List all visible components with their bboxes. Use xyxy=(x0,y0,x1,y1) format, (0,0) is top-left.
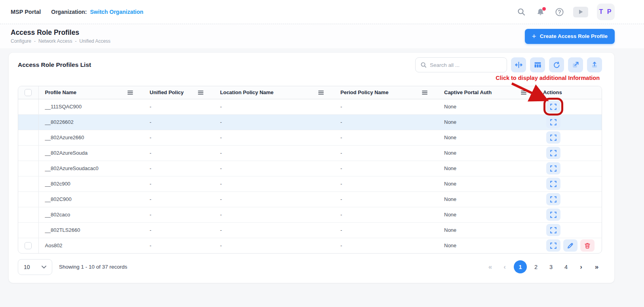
table-row[interactable]: __802c900 - - - None xyxy=(18,176,602,191)
expand-icon xyxy=(550,165,557,172)
cell-period-policy-name: - xyxy=(334,99,438,114)
cell-unified-policy: - xyxy=(143,114,214,130)
table-row[interactable]: __802Azure2660 - - - None xyxy=(18,130,602,145)
cell-profile-name: Aos802 xyxy=(38,238,143,253)
expand-icon xyxy=(550,135,557,141)
column-menu-icon[interactable] xyxy=(318,90,324,95)
cell-captive-portal-auth: None xyxy=(438,99,537,114)
brand: MSP Portal xyxy=(11,9,41,15)
cell-period-policy-name: - xyxy=(334,238,438,253)
records-summary: Showing 1 - 10 of 37 records xyxy=(59,264,127,270)
expand-action-button[interactable] xyxy=(546,147,560,159)
cell-profile-name: __802AzureSoudacac0 xyxy=(38,161,143,176)
cell-period-policy-name: - xyxy=(334,176,438,191)
table-row[interactable]: __802caco - - - None xyxy=(18,207,602,222)
help-icon[interactable] xyxy=(554,7,564,17)
expand-action-button[interactable] xyxy=(546,116,560,128)
cell-captive-portal-auth: None xyxy=(438,191,537,207)
page-button-3[interactable]: 3 xyxy=(545,261,557,273)
search-input[interactable] xyxy=(430,62,503,68)
breadcrumb-item[interactable]: Network Access xyxy=(38,38,72,44)
column-header-period-policy-name[interactable]: Period Policy Name xyxy=(340,89,388,95)
expand-action-button[interactable] xyxy=(546,239,560,252)
column-resize-icon[interactable] xyxy=(511,57,526,72)
annotation-text: Click to display additional Information xyxy=(496,75,600,81)
search-icon[interactable] xyxy=(516,7,526,17)
last-page-button[interactable]: » xyxy=(590,261,602,273)
cell-unified-policy: - xyxy=(143,99,214,114)
page-size-select[interactable]: 10 xyxy=(18,259,52,275)
expand-icon xyxy=(550,119,557,125)
expand-action-button[interactable] xyxy=(546,100,560,113)
card-title: Access Role Profiles List xyxy=(18,61,91,68)
page-button-2[interactable]: 2 xyxy=(530,261,542,273)
switch-organization-link[interactable]: Switch Organization xyxy=(90,9,144,15)
breadcrumb-item[interactable]: Unified Access xyxy=(79,38,110,44)
column-header-unified-policy[interactable]: Unified Policy xyxy=(150,89,184,95)
column-header-captive-portal-auth[interactable]: Captive Portal Auth xyxy=(444,89,492,95)
cell-location-policy-name: - xyxy=(214,222,334,238)
notification-badge xyxy=(542,7,546,11)
create-access-role-profile-button[interactable]: + Create Access Role Profile xyxy=(525,29,615,44)
table-row[interactable]: __802AzureSouda - - - None xyxy=(18,145,602,161)
column-header-profile-name[interactable]: Profile Name xyxy=(45,89,76,95)
table-row[interactable]: __802TLS2660 - - - None xyxy=(18,222,602,238)
cell-unified-policy: - xyxy=(143,130,214,145)
table-row[interactable]: __802AzureSoudacac0 - - - None xyxy=(18,161,602,176)
cell-location-policy-name: - xyxy=(214,191,334,207)
expand-action-button[interactable] xyxy=(546,208,560,221)
table-row[interactable]: Aos802 - - - None xyxy=(18,238,602,253)
search-box[interactable] xyxy=(415,57,507,72)
cell-location-policy-name: - xyxy=(214,145,334,161)
table-row[interactable]: __802C900 - - - None xyxy=(18,191,602,207)
page-button-4[interactable]: 4 xyxy=(560,261,572,273)
page-size-value: 10 xyxy=(24,264,30,270)
column-menu-icon[interactable] xyxy=(422,90,427,95)
cell-location-policy-name: - xyxy=(214,114,334,130)
cell-unified-policy: - xyxy=(143,207,214,222)
expand-action-button[interactable] xyxy=(546,178,560,190)
table-row[interactable]: __80226602 - - - None xyxy=(18,114,602,130)
avatar[interactable]: T P xyxy=(597,4,615,20)
cell-profile-name: __802AzureSouda xyxy=(38,145,143,161)
cell-profile-name: __802c900 xyxy=(38,176,143,191)
delete-action-button[interactable] xyxy=(580,239,595,252)
breadcrumb-item[interactable]: Configure xyxy=(11,38,31,44)
access-role-profiles-card: Access Role Profiles List xyxy=(8,52,615,283)
previous-page-button[interactable]: ‹ xyxy=(499,261,511,273)
expand-action-button[interactable] xyxy=(546,193,560,205)
column-menu-icon[interactable] xyxy=(127,90,133,95)
row-checkbox[interactable] xyxy=(25,242,32,249)
expand-action-button[interactable] xyxy=(546,162,560,174)
first-page-button[interactable]: « xyxy=(484,261,496,273)
next-page-button[interactable]: › xyxy=(575,261,587,273)
cell-location-policy-name: - xyxy=(214,207,334,222)
cell-captive-portal-auth: None xyxy=(438,207,537,222)
refresh-icon[interactable] xyxy=(549,57,564,72)
video-tour-icon[interactable] xyxy=(573,7,588,17)
select-all-checkbox[interactable] xyxy=(25,89,32,96)
column-menu-icon[interactable] xyxy=(521,90,526,95)
column-menu-icon[interactable] xyxy=(198,90,203,95)
page-title: Access Role Profiles xyxy=(11,28,110,37)
column-header-location-policy-name[interactable]: Location Policy Name xyxy=(220,89,274,95)
expand-action-button[interactable] xyxy=(546,224,560,236)
cell-profile-name: __802caco xyxy=(38,207,143,222)
expand-icon xyxy=(550,212,557,218)
table-row[interactable]: __111SQAC900 - - - None xyxy=(18,99,602,114)
cell-captive-portal-auth: None xyxy=(438,176,537,191)
cell-location-policy-name: - xyxy=(214,238,334,253)
expand-action-button[interactable] xyxy=(546,131,560,144)
cell-period-policy-name: - xyxy=(334,161,438,176)
export-icon[interactable] xyxy=(587,57,602,72)
notifications-bell-icon[interactable] xyxy=(535,7,545,17)
expand-icon xyxy=(550,227,557,233)
cell-location-policy-name: - xyxy=(214,99,334,114)
edit-action-button[interactable] xyxy=(563,239,578,252)
open-external-icon[interactable] xyxy=(568,57,583,72)
page-button-1[interactable]: 1 xyxy=(514,260,527,273)
expand-icon xyxy=(550,196,557,203)
table-header-row: Profile Name Unified Policy Location Pol… xyxy=(18,86,602,99)
breadcrumb-separator: - xyxy=(75,38,76,44)
columns-icon[interactable] xyxy=(530,57,545,72)
